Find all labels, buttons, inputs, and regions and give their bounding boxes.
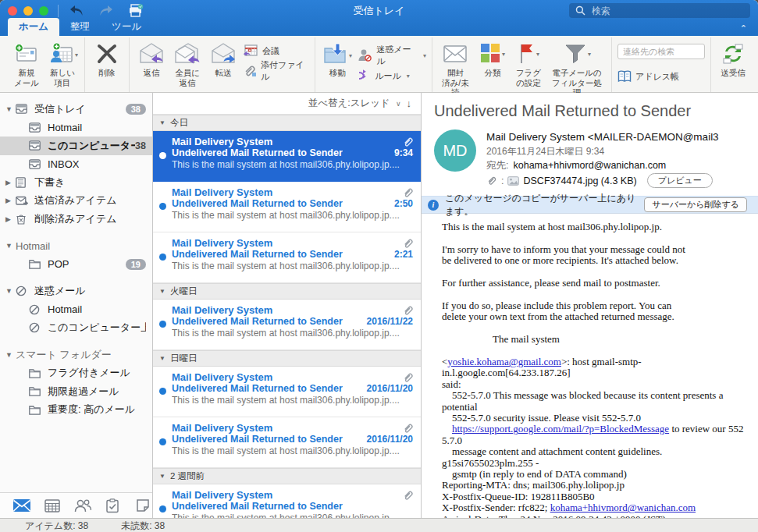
reply-all-icon	[173, 39, 202, 68]
module-switcher	[0, 492, 152, 518]
new-mail-icon	[14, 39, 39, 68]
delete-button[interactable]: 削除	[89, 39, 125, 78]
sidebar-item-スマート フォルダー[interactable]: ▼スマート フォルダー	[0, 346, 152, 364]
attachment-name[interactable]: DSCF374474.jpg (4.3 KB)	[523, 174, 636, 188]
sidebar-item-削除済みアイテム[interactable]: ▶削除済みアイテム	[0, 210, 152, 229]
group-disclosure-icon[interactable]: ▼	[159, 473, 165, 480]
sidebar-item-送信済みアイテム[interactable]: ▶送信済みアイテム	[0, 192, 152, 211]
group-disclosure-icon[interactable]: ▼	[159, 355, 165, 362]
minimize-window-button[interactable]	[23, 6, 33, 16]
disclosure-right-icon[interactable]: ▶	[5, 215, 16, 223]
address-book-button[interactable]: アドレス帳	[617, 70, 705, 83]
folder-icon	[29, 258, 42, 270]
sidebar-item-重要度: 高のメール[interactable]: 重要度: 高のメール	[0, 401, 152, 420]
body-line	[442, 323, 747, 334]
sidebar-item-迷惑メール[interactable]: ▼迷惑メール	[0, 282, 152, 301]
group-disclosure-icon[interactable]: ▼	[159, 288, 165, 295]
send-receive-button[interactable]: 送受信	[715, 39, 751, 78]
zoom-window-button[interactable]	[39, 6, 48, 16]
body-line: X-Postfix-Queue-ID: 192811B805B0	[442, 491, 747, 502]
group-disclosure-icon[interactable]: ▼	[159, 119, 165, 126]
disclosure-down-icon[interactable]: ▼	[5, 242, 16, 250]
message-row[interactable]: Mail Delivery SystemUndelivered Mail Ret…	[153, 232, 421, 283]
disclosure-right-icon[interactable]: ▶	[5, 179, 16, 186]
read-unread-button[interactable]: 開封 済み/未読	[436, 39, 475, 98]
sidebar-item-期限超過メール[interactable]: 期限超過メール	[0, 382, 152, 401]
unread-count: 未読数: 38	[121, 520, 165, 532]
message-group-header[interactable]: ▼火曜日	[153, 283, 421, 300]
disclosure-right-icon[interactable]: ▶	[5, 197, 16, 204]
ribbon-group-move: ▾ 移動 迷惑メール	[315, 37, 432, 92]
body-link[interactable]: yoshie.kohama@gmail.com	[447, 356, 561, 367]
sidebar-item-下書き[interactable]: ▶下書き	[0, 173, 152, 192]
rules-button[interactable]: ルール ▾	[357, 69, 426, 83]
disclosure-down-icon[interactable]: ▼	[5, 351, 16, 359]
sidebar-item-受信トレイ[interactable]: ▼受信トレイ38	[0, 100, 152, 119]
sidebar-item-フラグ付きメール[interactable]: フラグ付きメール	[0, 364, 152, 383]
print-icon[interactable]	[127, 4, 144, 18]
sort-chevron-icon: ∨	[396, 100, 401, 108]
new-mail-button[interactable]: 新規 メール	[9, 39, 44, 87]
tab-整理[interactable]: 整理	[59, 18, 101, 36]
junk-mail-button[interactable]: 迷惑メール ▾	[357, 44, 426, 67]
sidebar-item-このコンピューター上[interactable]: このコンピューター上38	[0, 137, 152, 155]
contact-search-input[interactable]	[617, 44, 705, 59]
sidebar-item-Hotmail[interactable]: Hotmail	[0, 119, 152, 137]
disclosure-down-icon[interactable]: ▼	[5, 105, 16, 113]
flag-button[interactable]: ▾ フラグ の設定	[511, 39, 546, 87]
collapse-ribbon-icon[interactable]: ⌃	[740, 23, 747, 34]
sort-direction-icon[interactable]: ↓	[407, 98, 412, 109]
reply-all-button[interactable]: 全員に 返信	[169, 39, 205, 87]
message-row[interactable]: Mail Delivery SystemUndelivered Mail Ret…	[153, 300, 421, 350]
categorize-button[interactable]: ▾ 分類	[475, 39, 511, 78]
search-input[interactable]	[590, 5, 744, 17]
mail-module-icon[interactable]	[12, 498, 31, 513]
drafts-icon	[16, 176, 29, 188]
body-line	[442, 232, 747, 243]
paperclip-icon	[403, 305, 413, 316]
sidebar-item-Hotmail[interactable]: Hotmail	[0, 300, 152, 319]
tab-ツール[interactable]: ツール	[101, 18, 152, 36]
close-window-button[interactable]	[8, 6, 17, 16]
message-row[interactable]: Mail Delivery SystemUndelivered Mail Ret…	[153, 367, 421, 417]
forward-button[interactable]: 転送	[205, 39, 241, 78]
meeting-button[interactable]: 会議	[243, 44, 309, 58]
filter-button[interactable]: ▾ 電子メールの フィルター処理	[546, 39, 607, 98]
unread-badge: 19	[126, 259, 146, 270]
calendar-module-icon[interactable]	[43, 498, 62, 513]
message-row[interactable]: Mail Delivery SystemUndelivered Mail Ret…	[153, 417, 421, 468]
message-row[interactable]: Mail Delivery SystemUndelivered Mail Ret…	[153, 131, 421, 182]
send-receive-icon	[720, 39, 746, 68]
info-icon: i	[428, 200, 439, 211]
message-group-header[interactable]: ▼日曜日	[153, 350, 421, 367]
folder-sidebar: ▼受信トレイ38Hotmailこのコンピューター上38INBOX▶下書き▶送信済…	[0, 93, 153, 518]
disclosure-down-icon[interactable]: ▼	[5, 287, 16, 295]
sort-header[interactable]: 並べ替え:スレッド ∨ ↓	[153, 93, 421, 115]
body-link[interactable]: https://support.google.com/mail/?p=Block…	[452, 423, 669, 434]
message-row[interactable]: Mail Delivery SystemUndelivered Mail Ret…	[153, 484, 421, 518]
reply-button[interactable]: 返信	[133, 39, 169, 78]
attachment-button[interactable]: 添付ファイル	[243, 59, 309, 83]
message-group-header[interactable]: ▼今日	[153, 115, 421, 131]
preview-button[interactable]: プレビュー	[647, 173, 713, 188]
body-link[interactable]: kohama+hhivmord@wanichan.com	[550, 502, 696, 513]
undo-icon[interactable]	[68, 4, 85, 18]
sidebar-item-INBOX[interactable]: INBOX	[0, 155, 152, 174]
folder-list: ▼受信トレイ38Hotmailこのコンピューター上38INBOX▶下書き▶送信済…	[0, 93, 152, 492]
new-item-button[interactable]: ▾ 新しい 項目	[44, 39, 80, 87]
message-group-header[interactable]: ▼2 週間前	[153, 468, 421, 484]
svg-text:▾: ▾	[349, 52, 352, 59]
search-box[interactable]	[569, 3, 750, 18]
delete-from-server-button[interactable]: サーバーから削除する	[644, 197, 747, 212]
sidebar-item-このコンピューター上[interactable]: このコンピューター上	[0, 319, 152, 338]
sidebar-item-POP[interactable]: POP19	[0, 255, 152, 274]
redo-icon[interactable]	[98, 4, 115, 18]
sidebar-item-Hotmail[interactable]: ▼Hotmail	[0, 237, 152, 256]
people-module-icon[interactable]	[73, 498, 92, 513]
notes-module-icon[interactable]	[133, 498, 152, 513]
tasks-module-icon[interactable]	[104, 498, 123, 513]
move-button[interactable]: ▾ 移動	[319, 39, 355, 78]
message-row[interactable]: Mail Delivery SystemUndelivered Mail Ret…	[153, 182, 421, 232]
body-line: https://support.google.com/mail/?p=Block…	[442, 424, 747, 446]
tab-ホーム[interactable]: ホーム	[8, 18, 59, 36]
